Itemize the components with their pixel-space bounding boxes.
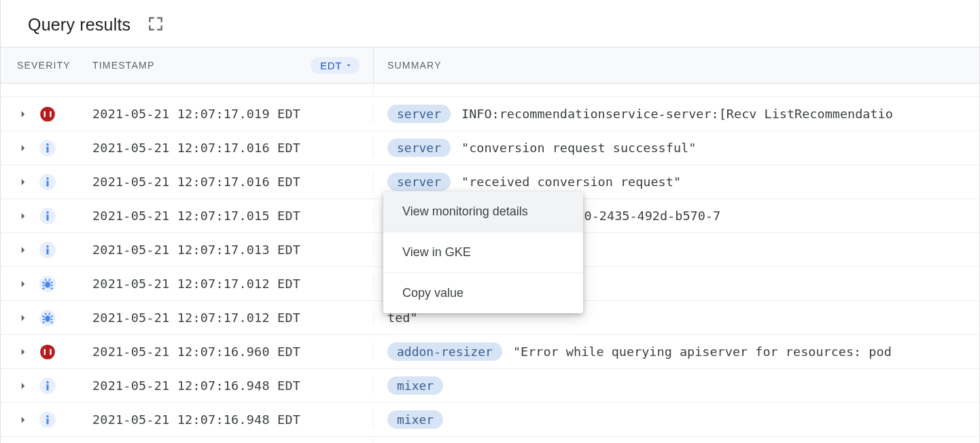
svg-rect-1 (44, 111, 46, 117)
expand-row-chevron[interactable] (17, 414, 29, 426)
page-title: Query results (28, 15, 130, 35)
timestamp-cell: 2021-05-21 12:07:17.012 EDT (79, 311, 373, 325)
log-message: "received conversion request" (461, 175, 681, 189)
query-results-panel: Query results SEVERITY TIMESTAMP EDT SUM… (0, 0, 980, 443)
severity-error-icon (39, 105, 56, 123)
table-header: SEVERITY TIMESTAMP EDT SUMMARY (1, 47, 979, 84)
severity-info-icon (39, 173, 56, 191)
timestamp-cell: 2021-05-21 12:07:16.948 EDT (79, 412, 373, 427)
col-header-summary[interactable]: SUMMARY (373, 48, 979, 83)
chevron-right-icon (17, 210, 29, 222)
severity-info-icon (39, 377, 56, 395)
chevron-right-icon (17, 312, 29, 324)
context-menu: View monitoring detailsView in GKECopy v… (383, 192, 583, 313)
summary-cell: mixer (373, 410, 979, 429)
timestamp-cell: 2021-05-21 12:07:17.016 EDT (79, 141, 373, 155)
menu-item-copy-value[interactable]: Copy value (383, 273, 583, 313)
menu-item-view-in-gke[interactable]: View in GKE (383, 232, 583, 273)
resource-chip[interactable]: server (387, 105, 451, 123)
chevron-right-icon (17, 244, 29, 256)
svg-point-26 (46, 415, 48, 417)
svg-rect-11 (46, 214, 48, 220)
timestamp-cell: 2021-05-21 12:07:17.012 EDT (79, 277, 373, 291)
timestamp-cell: 2021-05-21 12:07:17.019 EDT (79, 107, 373, 121)
timestamp-cell: 2021-05-21 12:07:16.960 EDT (79, 344, 373, 359)
chevron-right-icon (17, 108, 29, 120)
col-header-severity[interactable]: SEVERITY (1, 60, 79, 71)
summary-cell: server"received conversion request" (373, 173, 979, 191)
partial-row-top (1, 84, 979, 97)
summary-cell: addon-resizer"Error while querying apise… (373, 342, 979, 361)
log-message: "Error while querying apiserver for reso… (513, 344, 892, 359)
chevron-right-icon (17, 176, 29, 188)
severity-debug-icon (39, 309, 56, 327)
severity-info-icon (39, 207, 56, 225)
svg-rect-8 (46, 180, 48, 186)
expand-row-chevron[interactable] (17, 108, 29, 120)
svg-rect-27 (46, 418, 48, 424)
summary-cell: server"conversion request successful" (373, 139, 979, 157)
svg-point-18 (45, 315, 50, 321)
chevron-right-icon (17, 278, 29, 290)
svg-point-19 (40, 344, 55, 359)
log-message: "conversion request successful" (461, 141, 696, 155)
svg-point-4 (46, 143, 48, 145)
timestamp-cell: 2021-05-21 12:07:17.015 EDT (79, 209, 373, 223)
table-row[interactable]: 2021-05-21 12:07:16.948 EDTmixer (1, 403, 979, 437)
expand-row-chevron[interactable] (17, 244, 29, 256)
svg-point-13 (46, 245, 48, 247)
fullscreen-icon (147, 15, 164, 33)
expand-row-chevron[interactable] (17, 210, 29, 222)
titlebar: Query results (1, 0, 979, 47)
log-message: INFO:recommendationservice-server:[Recv … (461, 107, 893, 121)
svg-point-23 (46, 381, 48, 383)
expand-row-chevron[interactable] (17, 142, 29, 154)
table-row[interactable]: 2021-05-21 12:07:17.019 EDTserverINFO:re… (1, 97, 979, 131)
timestamp-cell: 2021-05-21 12:07:16.948 EDT (79, 378, 373, 393)
severity-info-icon (39, 139, 56, 157)
expand-button[interactable] (144, 12, 167, 37)
svg-rect-20 (44, 349, 46, 355)
expand-row-chevron[interactable] (17, 176, 29, 188)
chevron-right-icon (17, 142, 29, 154)
partial-row-bottom (1, 437, 979, 443)
table-row[interactable]: 2021-05-21 12:07:16.960 EDTaddon-resizer… (1, 335, 979, 369)
svg-rect-24 (46, 384, 48, 390)
svg-rect-21 (50, 349, 51, 355)
severity-error-icon (39, 343, 56, 361)
svg-point-16 (45, 281, 50, 287)
menu-item-view-monitoring-details[interactable]: View monitoring details (383, 192, 583, 232)
svg-point-7 (46, 177, 48, 179)
severity-debug-icon (39, 275, 56, 293)
timestamp-cell: 2021-05-21 12:07:17.013 EDT (79, 243, 373, 257)
expand-row-chevron[interactable] (17, 278, 29, 290)
resource-chip[interactable]: mixer (387, 376, 443, 395)
chevron-right-icon (17, 414, 29, 426)
resource-chip[interactable]: addon-resizer (387, 342, 502, 361)
severity-info-icon (39, 241, 56, 259)
severity-info-icon (39, 411, 56, 429)
col-header-timestamp[interactable]: TIMESTAMP EDT (79, 57, 373, 74)
chevron-right-icon (17, 346, 29, 358)
table-row[interactable]: 2021-05-21 12:07:17.016 EDTserver"conver… (1, 131, 979, 165)
expand-row-chevron[interactable] (17, 346, 29, 358)
chevron-right-icon (17, 380, 29, 392)
resource-chip[interactable]: mixer (387, 410, 443, 429)
svg-point-0 (40, 107, 55, 122)
resource-chip[interactable]: server (387, 139, 451, 157)
svg-point-10 (46, 211, 48, 213)
expand-row-chevron[interactable] (17, 312, 29, 324)
expand-row-chevron[interactable] (17, 380, 29, 392)
timestamp-cell: 2021-05-21 12:07:17.016 EDT (79, 175, 373, 189)
timezone-selector[interactable]: EDT (311, 57, 360, 74)
resource-chip[interactable]: server (387, 173, 451, 191)
svg-rect-14 (46, 248, 48, 254)
table-row[interactable]: 2021-05-21 12:07:16.948 EDTmixer (1, 369, 979, 403)
svg-rect-5 (46, 146, 48, 152)
summary-cell: mixer (373, 376, 979, 395)
dropdown-icon (345, 61, 353, 69)
svg-rect-2 (50, 111, 51, 117)
summary-cell: serverINFO:recommendationservice-server:… (373, 105, 979, 123)
